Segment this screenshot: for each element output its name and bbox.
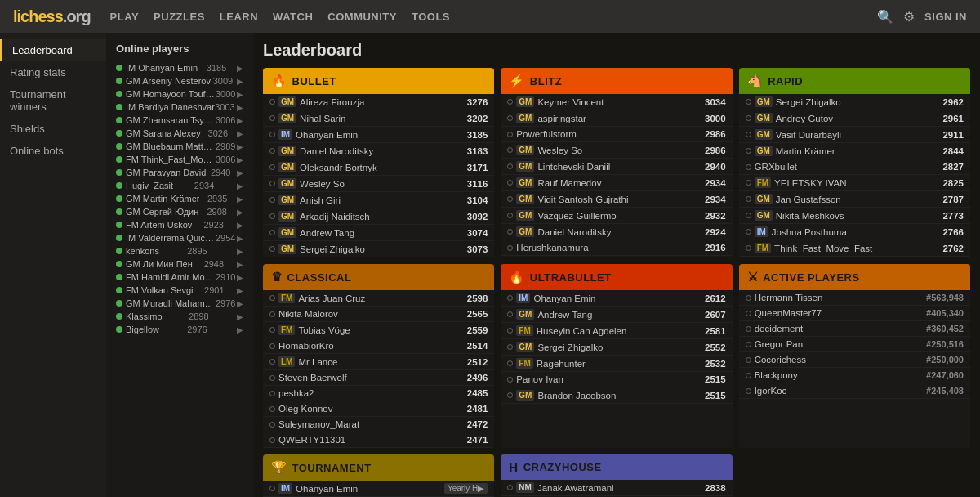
lb-row[interactable]: Gregor Pan#250,516 — [739, 337, 970, 352]
player-row[interactable]: GM Paravyan David2940▶ — [113, 166, 247, 179]
lb-row[interactable]: GMVidit Santosh Gujrathi2934 — [501, 191, 732, 208]
lb-row[interactable]: GMVasif Durarbayli2911 — [739, 127, 970, 143]
player-row[interactable]: Hugiv_Zasit2934▶ — [113, 179, 247, 192]
nav-puzzles[interactable]: PUZZLES — [154, 11, 205, 23]
player-row[interactable]: GM Martin Krämer2935▶ — [113, 192, 247, 205]
lb-row[interactable]: FMThink_Fast_Move_Fast2762 — [739, 240, 970, 257]
player-row[interactable]: kenkons2895▶ — [113, 244, 247, 257]
lb-row[interactable]: IgorKoc#245,408 — [739, 383, 970, 399]
lb-row[interactable]: GMJan Gustafsson2787 — [739, 191, 970, 208]
lb-row[interactable]: GMOleksandr Bortnyk3171 — [263, 159, 494, 176]
nav-tools[interactable]: TOOLS — [412, 11, 450, 23]
lb-row[interactable]: Suleymanоv_Marat2472 — [263, 417, 494, 432]
sidebar-item-rating-stats[interactable]: Rating stats — [0, 61, 106, 83]
lb-row[interactable]: NMJanak Awatramani2838 — [501, 480, 732, 496]
lb-row[interactable]: QWERTY113012471 — [263, 432, 494, 448]
player-row[interactable]: GM Zhamsaran Tsydypov3006▶ — [113, 114, 247, 127]
player-row[interactable]: GM Ли Мин Пен2948▶ — [113, 257, 247, 271]
lb-row[interactable]: GMSergei Zhigalko2962 — [739, 94, 970, 110]
lb-row[interactable]: IMOhanyan Emin2612 — [501, 290, 732, 307]
player-row[interactable]: FM Volkan Sevgi2901▶ — [113, 284, 247, 297]
player-name: Wesley So — [537, 146, 582, 155]
lb-row[interactable]: GMAlireza Firouzja3276 — [263, 94, 494, 110]
lb-row[interactable]: GMArkadij Naiditsch3092 — [263, 208, 494, 225]
player-status-dot — [270, 99, 275, 105]
lb-row[interactable]: GMRauf Mamedov2934 — [501, 175, 732, 191]
title-badge: GM — [278, 211, 296, 222]
player-row[interactable]: FM Hamidi Amir Mohammad2910▶ — [113, 271, 247, 284]
nav-watch[interactable]: WATCH — [273, 11, 313, 23]
lb-row[interactable]: GMAndrew Tang2607 — [501, 307, 732, 323]
lb-row[interactable]: GMDaniel Naroditsky3183 — [263, 143, 494, 159]
lb-row[interactable]: Hermann Tissen#563,948 — [739, 290, 970, 306]
lb-row[interactable]: Blackpony#247,060 — [739, 368, 970, 383]
player-row[interactable]: FM Think_Fast_Move_Fast3006▶ — [113, 153, 247, 166]
lb-row[interactable]: FMTobias Vöge2559 — [263, 322, 494, 338]
search-icon[interactable]: 🔍 — [877, 9, 893, 25]
player-row[interactable]: GM Сергей Юдин2908▶ — [113, 205, 247, 218]
lb-row[interactable]: FMArias Juan Cruz2598 — [263, 290, 494, 307]
lb-row[interactable]: Panov Ivan2515 — [501, 372, 732, 387]
lb-row[interactable]: GMWesley So3116 — [263, 176, 494, 192]
lb-row[interactable]: GMLintchevski Daniil2940 — [501, 159, 732, 175]
sign-in-button[interactable]: SIGN IN — [924, 11, 967, 23]
lb-row[interactable]: GMSergei Zhigalko3073 — [263, 241, 494, 257]
player-row[interactable]: GM Arseniy Nesterov3009▶ — [113, 74, 247, 87]
lb-row[interactable]: IMJoshua Posthuma2766 — [739, 224, 970, 240]
settings-icon[interactable]: ⚙ — [903, 9, 915, 25]
lb-row[interactable]: GMBrandon Jacobson2515 — [501, 387, 732, 404]
lb-row[interactable]: peshka22485 — [263, 386, 494, 401]
player-row[interactable]: GM Homayoon Toufighi3000▶ — [113, 87, 247, 101]
nav-play[interactable]: PLAY — [110, 11, 139, 23]
player-score: #245,408 — [926, 386, 964, 396]
player-row[interactable]: GM Muradli Mahammad2976▶ — [113, 297, 247, 310]
lb-row[interactable]: GMKeymer Vincent3034 — [501, 94, 732, 110]
lb-row[interactable]: GMAndrey Gutov2961 — [739, 110, 970, 127]
lb-row[interactable]: GMAndrew Tang3074 — [263, 225, 494, 241]
lb-row[interactable]: Herushkanamura2916 — [501, 240, 732, 256]
lb-row[interactable]: GMaspiringstar3000 — [501, 110, 732, 127]
player-row[interactable]: FM Artem Uskov2923▶ — [113, 218, 247, 231]
sidebar-item-leaderboard[interactable]: Leaderboard — [0, 39, 106, 61]
sidebar-item-tournament-winners[interactable]: Tournament winners — [0, 83, 106, 118]
lb-row[interactable]: GMNikita Meshkovs2773 — [739, 208, 970, 224]
player-row[interactable]: IM Bardiya Daneshvar3003▶ — [113, 101, 247, 114]
lb-row[interactable]: IMOhanyan EminYearly H▶ — [263, 481, 494, 497]
lb-section-active: ⚔ ACTIVE PLAYERSHermann Tissen#563,948Qu… — [739, 264, 970, 448]
lb-row[interactable]: decidement#360,452 — [739, 321, 970, 337]
player-row[interactable]: IM Ohanyan Emin3185▶ — [113, 61, 247, 74]
lb-row[interactable]: IMOhanyan Emin3185 — [263, 127, 494, 143]
logo[interactable]: lichess.org — [13, 7, 91, 26]
lb-row[interactable]: QueenMaster77#405,340 — [739, 306, 970, 321]
lb-row[interactable]: HomabiorKro2514 — [263, 338, 494, 354]
lb-row[interactable]: GRXbullet2827 — [739, 159, 970, 175]
nav-community[interactable]: COMMUNITY — [327, 11, 397, 23]
lb-row[interactable]: GMDaniel Naroditsky2924 — [501, 224, 732, 240]
player-status-dot — [507, 132, 513, 137]
nav-learn[interactable]: LEARN — [220, 11, 258, 23]
lb-row[interactable]: Oleg Konnov2481 — [263, 401, 494, 417]
lb-row[interactable]: GMSergei Zhigalko2552 — [501, 339, 732, 356]
player-row[interactable]: IM Valderrama Quiceno Esteban Alb2954▶ — [113, 231, 247, 244]
lb-row[interactable]: GMWesley So2986 — [501, 142, 732, 159]
title-badge: GM — [516, 161, 534, 172]
player-row[interactable]: GM Sarana Alexey3026▶ — [113, 127, 247, 140]
player-row[interactable]: GM Bluebaum Matthias2989▶ — [113, 140, 247, 153]
lb-row[interactable]: GMMartin Krämer2844 — [739, 143, 970, 159]
lb-row[interactable]: FMRagehunter2532 — [501, 356, 732, 372]
lb-row[interactable]: GMNihal Sarin3202 — [263, 110, 494, 127]
lb-row[interactable]: Nikita Malorov2565 — [263, 307, 494, 322]
sidebar-item-shields[interactable]: Shields — [0, 118, 106, 140]
player-name: Steven Baerwolf — [278, 373, 347, 383]
lb-row[interactable]: GMAnish Giri3104 — [263, 192, 494, 208]
lb-row[interactable]: GMVazquez Guillermo2932 — [501, 208, 732, 224]
sidebar-item-online-bots[interactable]: Online bots — [0, 140, 106, 162]
lb-row[interactable]: Powerfulstorm2986 — [501, 127, 732, 142]
lb-row[interactable]: Steven Baerwolf2496 — [263, 370, 494, 386]
lb-row[interactable]: LMMr Lance2512 — [263, 354, 494, 370]
lb-row[interactable]: FMHuseyin Can Agdelen2581 — [501, 323, 732, 339]
player-row[interactable]: Klassimo2898▶ — [113, 310, 247, 323]
lb-row[interactable]: Cocorichess#250,000 — [739, 352, 970, 368]
player-row[interactable]: Bigellow2976▶ — [113, 323, 247, 336]
lb-row[interactable]: FMYELETSKY IVAN2825 — [739, 175, 970, 191]
